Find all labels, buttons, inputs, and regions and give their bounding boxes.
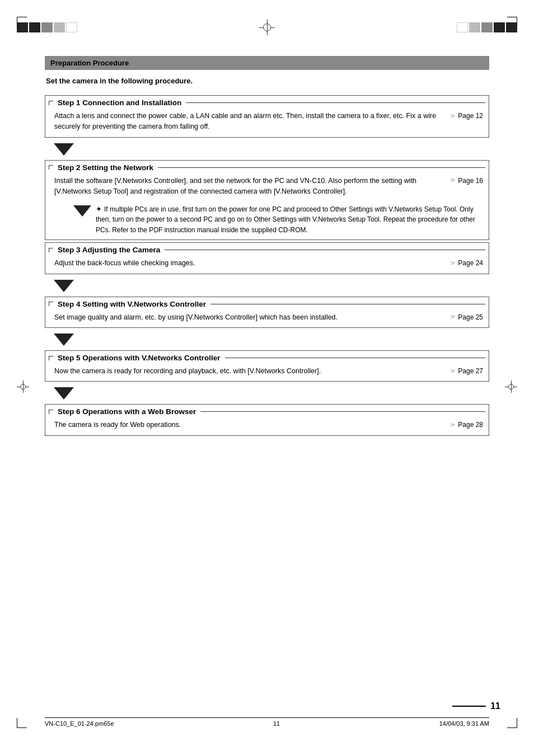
step2-note-text-area: ✦If multiple PCs are in use, first turn … [96, 204, 483, 236]
step3-text: Adjust the back-focus while checking ima… [54, 258, 450, 269]
step6-title: Step 6 Operations with a Web Browser [53, 407, 200, 416]
prep-header: Preparation Procedure [45, 56, 489, 70]
step2-title: Step 2 Setting the Network [53, 163, 158, 172]
step3-page-ref: ☞ Page 24 [450, 258, 483, 267]
step4-box: Step 4 Setting with V.Networks Controlle… [45, 297, 489, 328]
mark-block-3 [41, 22, 53, 32]
step2-page-ref-text: Page 16 [458, 177, 483, 185]
step6-title-line: Step 6 Operations with a Web Browser [45, 407, 489, 416]
step4-page-ref-text: Page 25 [458, 313, 483, 321]
page-number-rule [452, 706, 486, 707]
step3-rule [165, 250, 485, 250]
page-number: 11 [490, 701, 500, 711]
step6-page-ref-text: Page 28 [458, 421, 483, 429]
step3-corner [49, 248, 53, 252]
step4-header: Step 4 Setting with V.Networks Controlle… [45, 297, 489, 310]
step2-note: ✦If multiple PCs are in use, first turn … [45, 202, 489, 240]
arrow-3 [45, 276, 489, 295]
step1-title: Step 1 Connection and Installation [53, 98, 186, 107]
corner-mark-tr [507, 17, 517, 27]
arrow-4 [45, 330, 489, 349]
step6-page-ref-icon: ☞ [450, 421, 456, 429]
footer-center: 11 [273, 720, 280, 727]
step5-page-ref-text: Page 27 [458, 367, 483, 375]
step3-title-line: Step 3 Adjusting the Camera [45, 246, 489, 254]
step2-page-ref: ☞ Page 16 [450, 176, 483, 185]
step2-text: Install the software [V.Networks Control… [54, 176, 450, 198]
corner-mark-tl [17, 17, 27, 27]
step1-page-ref-icon: ☞ [450, 112, 456, 120]
footer-left: VN-C10_E_01-24.pm65e [45, 720, 114, 727]
step2-box: Step 2 Setting the Network Install the s… [45, 160, 489, 241]
step4-corner [49, 302, 53, 306]
step6-box: Step 6 Operations with a Web Browser The… [45, 404, 489, 435]
top-marks-row [0, 0, 534, 45]
step4-page-ref: ☞ Page 25 [450, 312, 483, 321]
corner-mark-br [507, 718, 517, 728]
step2-note-arrow [73, 204, 92, 217]
step5-corner [49, 356, 53, 360]
step2-page-ref-icon: ☞ [450, 177, 456, 184]
center-crosshair-area [248, 20, 286, 35]
step3-title: Step 3 Adjusting the Camera [53, 246, 165, 254]
mark-block-2 [29, 22, 40, 32]
step1-corner [49, 101, 53, 105]
step1-title-line: Step 1 Connection and Installation [45, 98, 489, 107]
step2-note-content: ✦If multiple PCs are in use, first turn … [73, 204, 483, 236]
step4-title: Step 4 Setting with V.Networks Controlle… [53, 300, 210, 308]
mark-block-4 [54, 22, 65, 32]
step2-body: Install the software [V.Networks Control… [45, 173, 489, 202]
page-footer: VN-C10_E_01-24.pm65e 11 14/04/03, 9:31 A… [45, 717, 489, 727]
main-content: Preparation Procedure Set the camera in … [0, 45, 534, 472]
center-crosshair [259, 20, 275, 35]
step1-rule [186, 102, 485, 103]
mark-block-5 [66, 22, 77, 32]
intro-text: Set the camera in the following procedur… [45, 77, 489, 85]
arrow-5 [45, 384, 489, 403]
step3-page-ref-text: Page 24 [458, 259, 483, 267]
step1-box: Step 1 Connection and Installation Attac… [45, 95, 489, 138]
arrow-shape-3 [54, 280, 74, 292]
step4-text: Set image quality and alarm, etc. by usi… [54, 312, 450, 323]
right-edge-crosshair [505, 381, 517, 393]
prep-header-title: Preparation Procedure [50, 59, 129, 67]
step6-corner [49, 410, 53, 414]
step3-body: Adjust the back-focus while checking ima… [45, 256, 489, 273]
step6-page-ref: ☞ Page 28 [450, 420, 483, 429]
step5-page-ref: ☞ Page 27 [450, 366, 483, 375]
mark-block-r3 [481, 22, 493, 32]
step3-page-ref-icon: ☞ [450, 260, 456, 267]
step2-title-line: Step 2 Setting the Network [45, 163, 489, 172]
step1-body: Attach a lens and connect the power cabl… [45, 109, 489, 137]
step1-header: Step 1 Connection and Installation [45, 96, 489, 109]
step5-text: Now the camera is ready for recording an… [54, 366, 450, 377]
step3-header: Step 3 Adjusting the Camera [45, 243, 489, 256]
note-arrow-shape [73, 205, 91, 217]
arrow-shape-1 [54, 143, 74, 156]
step2-corner [49, 165, 53, 170]
left-edge-crosshair [17, 381, 29, 393]
arrow-1 [45, 140, 489, 159]
step2-note-text: If multiple PCs are in use, first turn o… [96, 205, 475, 234]
step1-page-ref-text: Page 12 [458, 112, 483, 120]
page-number-area: 11 [452, 701, 500, 711]
step5-box: Step 5 Operations with V.Networks Contro… [45, 350, 489, 382]
step5-header: Step 5 Operations with V.Networks Contro… [45, 351, 489, 364]
step2-note-inner: ✦If multiple PCs are in use, first turn … [73, 204, 483, 236]
step4-title-line: Step 4 Setting with V.Networks Controlle… [45, 300, 489, 308]
step6-header: Step 6 Operations with a Web Browser [45, 405, 489, 417]
step2-rule [158, 167, 485, 168]
step5-page-ref-icon: ☞ [450, 368, 456, 375]
mark-block-r2 [469, 22, 480, 32]
step2-note-symbol: ✦ [96, 205, 102, 213]
step6-rule [200, 411, 485, 412]
step5-body: Now the camera is ready for recording an… [45, 364, 489, 381]
step5-title: Step 5 Operations with V.Networks Contro… [53, 354, 225, 362]
step2-header: Step 2 Setting the Network [45, 161, 489, 173]
step6-text: The camera is ready for Web operations. [54, 420, 450, 430]
step1-text: Attach a lens and connect the power cabl… [54, 111, 450, 133]
step4-rule [210, 304, 485, 304]
footer-right: 14/04/03, 9:31 AM [439, 720, 489, 727]
crosshair-circle [263, 24, 271, 31]
corner-mark-bl [17, 718, 27, 728]
